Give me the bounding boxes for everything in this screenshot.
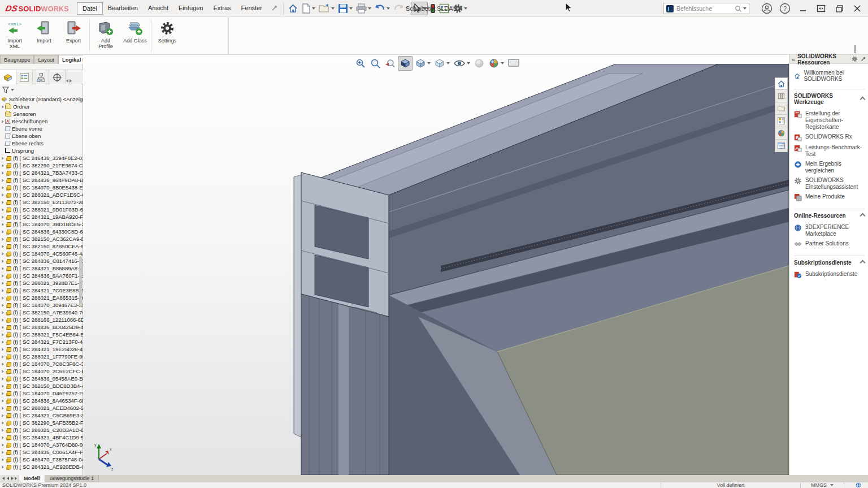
expand-arrow-icon[interactable] (2, 260, 4, 263)
expand-arrow-icon[interactable] (2, 267, 4, 270)
3d-model[interactable]: y x z (83, 64, 789, 475)
select-tool-dropdown[interactable] (423, 7, 426, 10)
link-3dexperience-marketplace[interactable]: 3DEXPERIENCE Marketplace (794, 224, 865, 237)
link-property-tab-builder[interactable]: Erstellung der Eigenschaften-Registerkar… (794, 110, 865, 131)
tree-component-row[interactable]: (f) [ SC 288021_1F7790FE-99D4- (0, 353, 83, 360)
tree-component-row[interactable]: (f) [ SC 466470_F3875F48-04D3- (0, 456, 83, 463)
add-glass-button[interactable]: Add Glass (120, 17, 150, 54)
expand-arrow-icon[interactable] (2, 326, 4, 329)
menu-ansicht[interactable]: Ansicht (143, 2, 173, 15)
link-subscription-services[interactable]: Subskriptionsdienste (794, 271, 865, 279)
tree-component-row[interactable]: (f) [ SC 382290_21FE9674-CD68- (0, 162, 83, 169)
link-partner-solutions[interactable]: Partner Solutions (794, 240, 865, 248)
expand-arrow-icon[interactable] (2, 407, 4, 410)
restore-button[interactable] (832, 1, 847, 16)
graphics-viewport[interactable]: y x z (83, 55, 789, 475)
expand-arrow-icon[interactable] (2, 421, 4, 425)
import-button[interactable]: Import (29, 17, 59, 54)
new-document-button[interactable] (301, 2, 316, 15)
section-view-button[interactable] (398, 56, 413, 71)
design-library-tab[interactable] (775, 90, 788, 102)
tree-component-row[interactable]: (f) [ SC 382150_AC362CA9-B1E4 (0, 235, 83, 243)
options-button[interactable] (452, 2, 468, 15)
view-orientation-button[interactable] (414, 57, 432, 70)
tab-modell[interactable]: Modell (19, 475, 45, 482)
tree-item-sensoren[interactable]: Sensoren (0, 110, 83, 118)
redo-dropdown[interactable] (405, 7, 409, 10)
link-compare-results[interactable]: Mein Ergebnis vergleichen (794, 161, 865, 174)
fm-tab-scroll[interactable] (66, 70, 72, 84)
expand-arrow-icon[interactable] (2, 318, 4, 322)
expand-arrow-icon[interactable] (2, 304, 4, 307)
tree-component-row[interactable]: (f) [ SC 184070_D46F9757-F076- (0, 390, 83, 397)
expand-arrow-icon[interactable] (2, 414, 4, 417)
edit-appearance-button[interactable] (472, 57, 486, 70)
tree-component-row[interactable]: (f) [ SC 382150_A7E39940-7C2A- (0, 309, 83, 316)
ribbon-collapse-button[interactable] (854, 46, 859, 51)
hide-show-items-button[interactable] (452, 57, 471, 70)
tree-component-row[interactable]: (f) [ SC 184070_6B0E5438-EB45- (0, 184, 83, 191)
expand-arrow-icon[interactable] (2, 451, 4, 454)
tree-component-row[interactable]: (f) [ SC 284321_19ABA920-F0E3- (0, 213, 83, 221)
expand-arrow-icon[interactable] (2, 377, 4, 381)
custom-properties-tab[interactable] (775, 140, 788, 152)
expand-arrow-icon[interactable] (2, 340, 4, 344)
design-checker-button[interactable] (429, 2, 437, 15)
collapse-pane-icon[interactable]: « (792, 56, 795, 63)
zoom-to-fit-button[interactable] (354, 57, 367, 70)
tree-component-row[interactable]: (f) [ SC 184070_A3764D80-0CEF- (0, 441, 83, 448)
export-button[interactable]: Export (59, 17, 88, 54)
expand-arrow-icon[interactable] (2, 362, 4, 366)
add-profile-button[interactable]: Add Profile (91, 17, 120, 54)
expand-arrow-icon[interactable] (2, 245, 4, 248)
link-benchmark-test[interactable]: Leistungs-Benchmark-Test (794, 144, 865, 158)
tree-component-row[interactable]: (f) [ SC 288021_C20B3A1D-DEF1 (0, 426, 83, 434)
expand-arrow-icon[interactable] (2, 164, 4, 167)
tree-component-row[interactable]: (f) [ SC 288021_EA865315-DA4D (0, 294, 83, 301)
command-search[interactable]: Befehlssuche (663, 3, 749, 14)
menu-datei[interactable]: Datei (77, 2, 103, 15)
previous-view-button[interactable] (383, 57, 397, 70)
search-icon[interactable] (735, 5, 742, 12)
tree-component-row[interactable]: (f) [ SC 284321_B86889A8-F467- (0, 265, 83, 272)
expand-arrow-icon[interactable] (2, 296, 4, 300)
view-palette-tab[interactable] (775, 115, 788, 127)
expand-arrow-icon[interactable] (2, 201, 4, 204)
maximize-button[interactable] (814, 1, 828, 16)
import-xml-button[interactable]: <xml> Import XML (0, 17, 29, 54)
expand-arrow-icon[interactable] (2, 157, 4, 160)
minimize-button[interactable] (796, 1, 810, 16)
tree-component-row[interactable]: (f) [ SC 284321_7B3A7433-CAB3 (0, 169, 83, 176)
expand-arrow-icon[interactable] (2, 385, 4, 388)
solidworks-resources-tab[interactable] (775, 77, 788, 90)
tree-component-row[interactable]: (f) [ SC 288021_AEED4602-5E00- (0, 404, 83, 412)
tree-component-row[interactable]: (f) [ SC 284836_C8147416-630E- (0, 257, 83, 265)
tree-component-row[interactable]: (f) [ SC 246438_3394F0E2-01B2- (0, 154, 83, 162)
view-settings-button[interactable] (506, 57, 521, 70)
home-button[interactable] (287, 2, 300, 15)
tree-component-row[interactable]: (f) [ SC 382150_87B50CEA-905B- (0, 243, 83, 250)
expand-arrow-icon[interactable] (2, 289, 4, 292)
expand-arrow-icon[interactable] (2, 392, 4, 395)
tree-component-row[interactable]: (f) [ SC 382150_E2113072-2B9B- (0, 198, 83, 206)
tree-component-row[interactable]: (f) [ SC 284836_C0061A4F-FEB6- (0, 448, 83, 456)
expand-arrow-icon[interactable] (2, 186, 4, 189)
expand-arrow-icon[interactable] (2, 237, 4, 241)
tree-item-ordner[interactable]: Ordner (0, 103, 83, 110)
expand-arrow-icon[interactable] (2, 223, 4, 226)
tree-component-row[interactable]: (f) [ SC 284836_05458AE0-B4F5- (0, 375, 83, 382)
tab-baugruppe[interactable]: Baugruppe (0, 55, 34, 64)
tree-component-row[interactable]: (f) [ SC 184070_309467E3-E5F8- (0, 301, 83, 309)
tree-component-row[interactable]: (f) [ SC 284836_8A46534F-6E24- (0, 397, 83, 404)
display-style-button[interactable] (433, 57, 451, 70)
tree-item-ebene-oben[interactable]: Ebene oben (0, 132, 83, 140)
expand-arrow-icon[interactable] (2, 274, 4, 278)
file-explorer-tab[interactable] (775, 102, 788, 115)
section-werkzeuge-header[interactable]: SOLIDWORKS Werkzeuge (794, 89, 865, 107)
tree-component-row[interactable]: (f) [ SC 284321_7C0E3E8B-9F41- (0, 287, 83, 294)
tree-component-row[interactable]: (f) [ SC 184070_7C8C3F8C-3C70 (0, 360, 83, 368)
tree-item-ebene-rechts[interactable]: Ebene rechts (0, 140, 83, 147)
undo-dropdown[interactable] (387, 7, 390, 10)
status-web-icon[interactable] (849, 482, 868, 488)
help-button[interactable]: ? (778, 1, 792, 16)
